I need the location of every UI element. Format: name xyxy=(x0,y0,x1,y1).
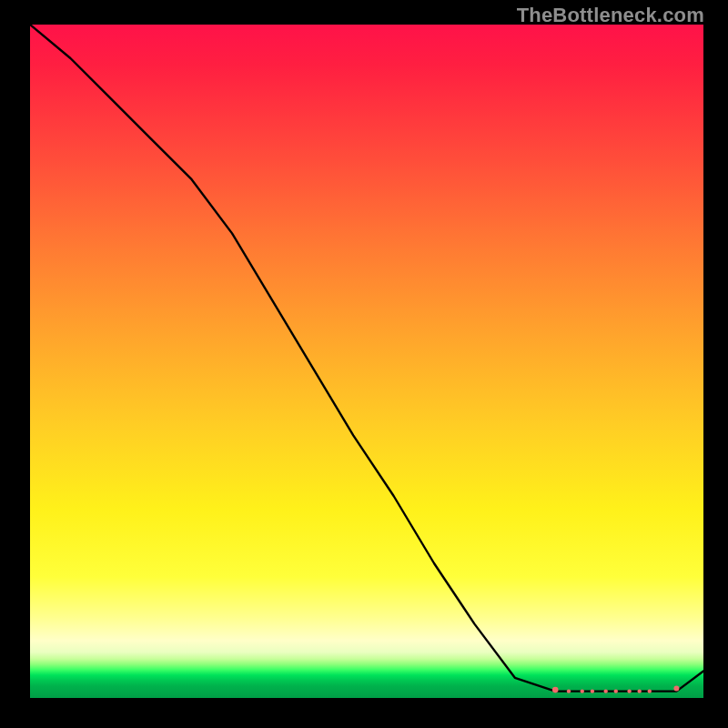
plot-area xyxy=(30,25,703,698)
bottleneck-curve-line xyxy=(30,25,703,692)
optimal-point xyxy=(638,689,642,693)
optimal-point xyxy=(673,686,679,692)
optimal-point xyxy=(552,687,559,693)
optimal-range-markers xyxy=(552,686,680,693)
optimal-point xyxy=(648,689,652,693)
optimal-point xyxy=(567,689,571,693)
optimal-point xyxy=(581,689,584,693)
optimal-point xyxy=(614,689,618,693)
optimal-point xyxy=(591,689,594,693)
chart-stage: TheBottleneck.com xyxy=(0,0,728,728)
optimal-point xyxy=(627,689,631,693)
chart-svg xyxy=(30,25,703,698)
optimal-point xyxy=(604,689,608,693)
